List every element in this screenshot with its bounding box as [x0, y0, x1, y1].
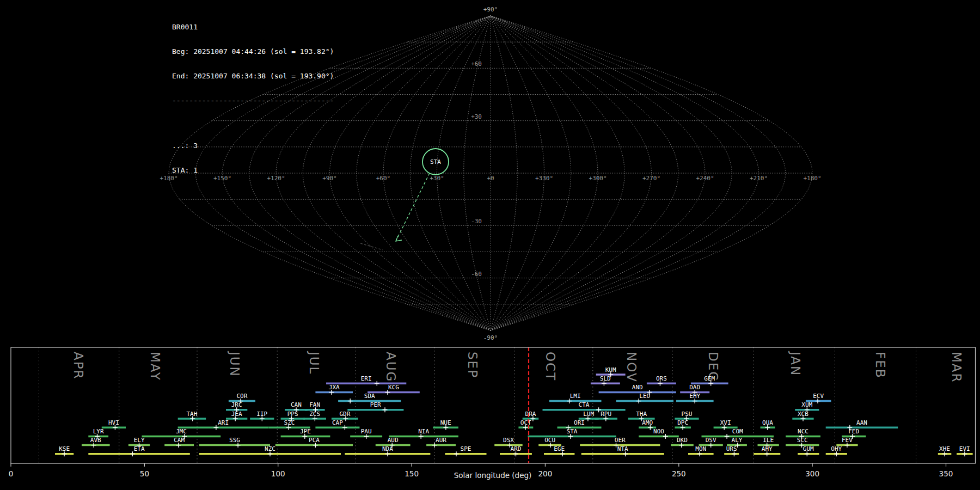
shower-label-ETA: ETA: [134, 445, 145, 452]
shower-label-KUM: KUM: [605, 366, 616, 373]
shower-label-SSG: SSG: [229, 437, 240, 444]
shower-label-LYR: LYR: [93, 428, 104, 435]
shower-label-DRA: DRA: [525, 411, 536, 418]
radiant-drift-line: [396, 173, 430, 241]
month-label: FEB: [873, 352, 887, 379]
shower-label-NOO: NOO: [653, 428, 664, 435]
sky-latitude-label: -30: [471, 218, 482, 225]
shower-label-EGE: EGE: [554, 445, 565, 452]
shower-label-XCB: XCB: [798, 411, 808, 418]
sky-longitude-label: +60°: [376, 175, 391, 182]
sky-meridian: [491, 16, 517, 330]
faint-track-segment: [360, 243, 383, 250]
shower-label-STA: STA: [567, 428, 578, 435]
shower-label-CAM: CAM: [174, 437, 185, 444]
shower-label-AUD: AUD: [388, 437, 399, 444]
shower-label-ALY: ALY: [732, 437, 743, 444]
shower-label-ERI: ERI: [361, 375, 372, 382]
sky-longitude-label: +270°: [642, 175, 660, 182]
sky-longitude-label: +0: [487, 175, 494, 182]
shower-label-ARI: ARI: [218, 419, 229, 426]
shower-label-NIA: NIA: [418, 428, 429, 435]
shower-label-OCT: OCT: [520, 419, 531, 426]
shower-label-PAU: PAU: [361, 428, 372, 435]
shower-label-URS: URS: [726, 445, 737, 452]
month-label: AUG: [384, 352, 398, 382]
shower-label-RPU: RPU: [601, 411, 611, 418]
radiant-code-label: STA: [430, 158, 441, 166]
sky-meridian: [491, 16, 705, 330]
shower-label-NUE: NUE: [440, 419, 451, 426]
shower-label-COR: COR: [236, 393, 247, 400]
shower-label-PER: PER: [370, 401, 381, 408]
observation-end: End: 20251007 06:34:38 (sol = 193.90°): [172, 72, 334, 80]
sky-longitude-label: +330°: [535, 175, 553, 182]
shower-label-GDR: GDR: [339, 411, 350, 418]
shower-label-PCA: PCA: [309, 437, 320, 444]
sky-latitude-label: -60: [471, 271, 482, 278]
month-label: OCT: [543, 352, 558, 381]
shower-label-ELY: ELY: [134, 437, 145, 444]
shower-label-IIP: IIP: [256, 411, 267, 418]
shower-label-SCC: SCC: [797, 437, 808, 444]
observation-info: BR0011 Beg: 20251007 04:44:26 (sol = 193…: [172, 7, 334, 182]
shower-label-LMI: LMI: [570, 393, 581, 400]
shower-label-FEV: FEV: [842, 437, 853, 444]
shower-label-DKD: DKD: [677, 437, 688, 444]
shower-label-GEM: GEM: [704, 375, 715, 382]
x-axis-tick-label: 100: [271, 469, 285, 478]
x-axis-tick-label: 50: [140, 469, 149, 478]
sky-longitude-label: +180°: [803, 175, 821, 182]
shower-label-XVI: XVI: [720, 419, 731, 426]
shower-label-ECV: ECV: [813, 393, 824, 400]
month-label: JAN: [788, 351, 803, 376]
month-label: MAY: [148, 352, 162, 381]
shower-label-LEO: LEO: [639, 393, 650, 400]
shower-label-NTA: NTA: [617, 445, 628, 452]
drift-arrowhead-icon: [396, 236, 402, 241]
sky-north-pole-label: +90°: [483, 6, 498, 13]
shower-label-COM: COM: [732, 428, 743, 435]
shower-label-JEA: JEA: [231, 411, 242, 418]
x-axis-tick-label: 300: [805, 469, 819, 478]
sky-and-timeline-canvas: Solar longitude (deg) +180°+150°+120°+90…: [0, 0, 980, 490]
shower-label-ZCS: ZCS: [309, 411, 320, 418]
shower-label-KCG: KCG: [388, 384, 399, 391]
shower-label-QUA: QUA: [762, 419, 773, 426]
shower-label-CAN: CAN: [291, 401, 302, 408]
x-axis-tick-label: 0: [9, 469, 14, 478]
shower-label-OHY: OHY: [831, 445, 842, 452]
shower-label-JRC: JRC: [231, 401, 242, 408]
shower-label-DPC: DPC: [677, 419, 688, 426]
sky-longitude-label: +210°: [750, 175, 768, 182]
shower-label-EVI: EVI: [959, 445, 970, 452]
separator-line: --------------------------------------: [172, 96, 334, 105]
sky-latitude-label: +30: [471, 113, 482, 120]
shower-label-NCC: NCC: [798, 428, 808, 435]
month-label: SEP: [465, 352, 480, 378]
shower-label-JXA: JXA: [329, 384, 340, 391]
shower-label-OER: OER: [615, 437, 626, 444]
shower-label-SDA: SDA: [364, 393, 375, 400]
x-axis-tick-label: 200: [538, 469, 553, 478]
shower-label-FED: FED: [848, 428, 859, 435]
sky-longitude-label: +30°: [430, 175, 444, 182]
shower-label-EHY: EHY: [689, 393, 700, 400]
shower-label-AMO: AMO: [642, 419, 653, 426]
shower-label-MON: MON: [695, 445, 706, 452]
month-label: JUL: [307, 351, 321, 375]
x-axis-tick-label: 250: [672, 469, 686, 478]
month-label: APR: [71, 352, 85, 380]
shower-label-AUR: AUR: [436, 437, 446, 444]
shower-label-SPE: SPE: [461, 445, 471, 452]
shower-label-LUM: LUM: [583, 411, 594, 418]
count-sta: STA: 1: [172, 166, 334, 174]
shower-label-DAD: DAD: [689, 384, 700, 391]
shower-label-ILE: ILE: [763, 437, 774, 444]
shower-label-ORI: ORI: [574, 419, 585, 426]
shower-label-SLD: SLD: [600, 375, 611, 382]
shower-label-ORS: ORS: [656, 375, 667, 382]
shower-label-PPS: PPS: [287, 411, 298, 418]
spacer: [172, 121, 334, 125]
month-label: JUN: [228, 351, 242, 377]
